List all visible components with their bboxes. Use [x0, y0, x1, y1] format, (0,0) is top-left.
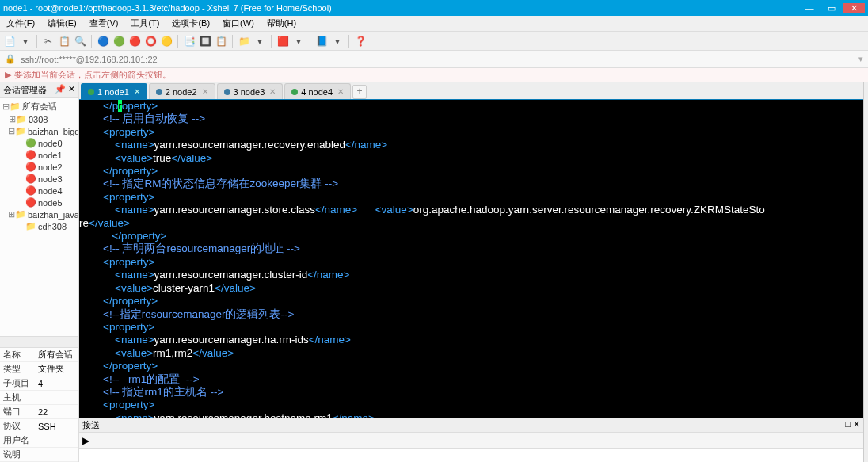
tree-node[interactable]: ⊞📁baizhan_java	[0, 208, 78, 220]
address-text[interactable]: ssh://root:*****@192.168.20.101:22	[21, 55, 854, 64]
toolbar-separator	[91, 35, 92, 48]
toolbar-icon[interactable]: 🟢	[112, 35, 125, 48]
bottom-dock: 接送 □ ✕ ▶	[79, 418, 863, 462]
tree-toggle-icon[interactable]: ⊟	[2, 101, 10, 112]
tree-node[interactable]: 🟢node0	[0, 137, 78, 149]
info-play-icon[interactable]: ▶	[5, 70, 11, 80]
bd-icon-send[interactable]: ▶	[82, 435, 89, 446]
folder-icon: 📁	[16, 114, 27, 124]
property-row: 类型文件夹	[0, 362, 78, 376]
terminal-line: <value>cluster-yarn1</value>	[79, 282, 863, 295]
folder-icon: 📁	[15, 209, 26, 220]
property-value: 22	[35, 405, 78, 419]
terminal-line: <property>	[79, 191, 863, 204]
maximize-button[interactable]: ▭	[820, 3, 843, 13]
toolbar-icon[interactable]: 🔴	[128, 35, 141, 48]
property-key: 端口	[0, 405, 35, 419]
session-tab[interactable]: 1 node1✕	[81, 83, 147, 99]
toolbar-icon[interactable]: ✂	[42, 35, 55, 48]
menu-item[interactable]: 文件(F)	[0, 17, 41, 29]
panel-close-icon[interactable]: ✕	[68, 84, 75, 94]
toolbar-icon[interactable]: ❓	[354, 35, 367, 48]
bottom-dock-buttons[interactable]: □ ✕	[845, 419, 860, 431]
toolbar-icon[interactable]: 📋	[215, 35, 227, 48]
toolbar-icon[interactable]: 📋	[58, 35, 70, 48]
property-value: 所有会话	[35, 348, 78, 362]
tree-node[interactable]: 🔴node4	[0, 185, 78, 197]
tab-status-icon	[88, 89, 94, 95]
tree-node[interactable]: ⊟📁所有会话	[0, 100, 78, 113]
toolbar-icon[interactable]: 🔵	[97, 35, 109, 48]
menu-item[interactable]: 窗口(W)	[216, 17, 261, 29]
tree-node[interactable]: 🔴node3	[0, 173, 78, 185]
terminal-line: <name>yarn.resourcemanager.recovery.enab…	[79, 139, 863, 151]
tree-toggle-icon[interactable]: ⊟	[8, 126, 15, 136]
tree-node[interactable]: 🔴node1	[0, 149, 78, 161]
toolbar-icon[interactable]: ▾	[253, 35, 266, 48]
folder-icon: 📁	[10, 101, 21, 112]
tree-node[interactable]: 🔴node2	[0, 161, 78, 173]
toolbar-icon[interactable]: 📘	[315, 35, 328, 48]
toolbar-separator	[232, 35, 233, 48]
tab-close-icon[interactable]: ✕	[269, 87, 276, 96]
tree-node[interactable]: ⊞📁0308	[0, 113, 78, 125]
address-dropdown-icon[interactable]: ▾	[858, 54, 863, 64]
tab-close-icon[interactable]: ✕	[337, 87, 344, 96]
info-bar: ▶ 要添加当前会话，点击左侧的箭头按钮。	[0, 68, 868, 82]
menu-item[interactable]: 选项卡(B)	[166, 17, 216, 29]
add-tab-button[interactable]: +	[352, 85, 367, 99]
toolbar-separator	[271, 35, 272, 48]
property-row: 端口22	[0, 405, 78, 419]
menu-item[interactable]: 查看(V)	[83, 17, 125, 29]
session-tab[interactable]: 2 node2✕	[149, 83, 215, 99]
terminal-line: <name>yarn.resourcemanager.ha.rm-ids</na…	[79, 334, 863, 346]
toolbar-icon[interactable]: ▾	[292, 35, 305, 48]
toolbar-icon[interactable]: ⭕	[144, 35, 157, 48]
tree-node[interactable]: 📁cdh308	[0, 220, 78, 232]
tree-scrollbar[interactable]	[0, 336, 78, 347]
info-text: 要添加当前会话，点击左侧的箭头按钮。	[14, 69, 171, 81]
terminal-line: re</value>	[79, 217, 863, 230]
property-key: 类型	[0, 362, 35, 376]
toolbar-icon[interactable]: ▾	[19, 35, 32, 48]
menu-item[interactable]: 工具(T)	[124, 17, 166, 29]
window-title: node1 - root@node1:/opt/hadoop-3.1.3/etc…	[3, 3, 798, 13]
tab-close-icon[interactable]: ✕	[202, 87, 208, 96]
tree-node[interactable]: 🔴node5	[0, 197, 78, 208]
tree-node-label: node2	[38, 162, 63, 172]
toolbar-icon[interactable]: 📄	[3, 35, 16, 48]
terminal-line: </property>	[79, 230, 863, 242]
menu-item[interactable]: 帮助(H)	[261, 17, 303, 29]
bottom-dock-input[interactable]	[79, 448, 863, 462]
toolbar-icon[interactable]: 🔍	[74, 35, 86, 48]
menu-item[interactable]: 编辑(E)	[41, 17, 83, 29]
terminal-line: <name>yarn.resourcemanager.hostname.rm1<…	[79, 412, 863, 418]
toolbar-icon[interactable]: ▾	[331, 35, 344, 48]
toolbar-icon[interactable]: 📁	[238, 35, 250, 48]
terminal[interactable]: </property> <!-- 启用自动恢复 --> <property> <…	[79, 100, 863, 418]
main-panel: 1 node1✕2 node2✕3 node3✕4 node4✕+ </prop…	[79, 82, 863, 462]
tab-close-icon[interactable]: ✕	[134, 87, 140, 96]
minimize-button[interactable]: —	[798, 3, 820, 13]
toolbar-icon[interactable]: 📑	[183, 35, 196, 48]
panel-pin-icon[interactable]: 📌	[55, 84, 66, 94]
close-button[interactable]: ✕	[843, 3, 865, 13]
toolbar-icon[interactable]: 🟥	[276, 35, 289, 48]
session-tab[interactable]: 3 node3✕	[217, 83, 284, 99]
tree-node[interactable]: ⊟📁baizhan_bigdata	[0, 125, 78, 137]
tree-toggle-icon[interactable]: ⊞	[8, 114, 16, 124]
toolbar-icon[interactable]: 🔲	[199, 35, 211, 48]
address-bar: 🔒 ssh://root:*****@192.168.20.101:22 ▾	[0, 51, 868, 68]
property-value	[35, 391, 78, 405]
property-row: 名称所有会话	[0, 348, 78, 362]
tab-label: 2 node2	[166, 87, 197, 97]
menubar: 文件(F)编辑(E)查看(V)工具(T)选项卡(B)窗口(W)帮助(H)	[0, 16, 868, 32]
tree-toggle-icon[interactable]: ⊞	[8, 209, 15, 220]
tree-node-label: node5	[38, 198, 63, 208]
property-row: 用户名	[0, 433, 78, 448]
tree-node-label: node4	[38, 186, 63, 196]
bottom-dock-header: 接送 □ ✕	[79, 418, 863, 432]
session-tab[interactable]: 4 node4✕	[284, 83, 351, 99]
toolbar-icon[interactable]: 🟡	[160, 35, 173, 48]
property-row: 主机	[0, 391, 78, 405]
